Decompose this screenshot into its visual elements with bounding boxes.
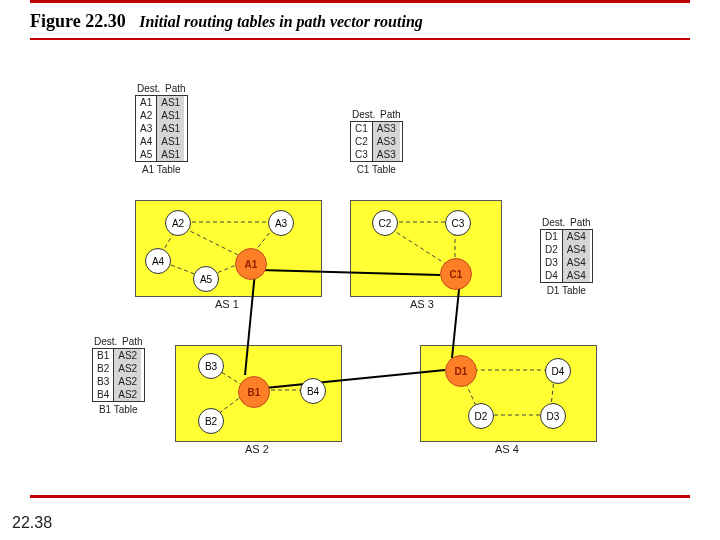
table-row: AS4 — [563, 269, 590, 282]
hdr-path: Path — [120, 335, 145, 348]
table-d1: Dest. Path D1 D2 D3 D4 AS4 AS4 AS4 AS4 D… — [540, 216, 593, 296]
table-b1: Dest. Path B1 B2 B3 B4 AS2 AS2 AS2 AS2 B… — [92, 335, 145, 415]
table-row: D4 — [541, 269, 562, 282]
table-row: B3 — [93, 375, 113, 388]
table-row: AS3 — [373, 135, 400, 148]
table-c1: Dest. Path C1 C2 C3 AS3 AS3 AS3 C1 Table — [350, 108, 403, 175]
table-row: AS3 — [373, 122, 400, 135]
table-row: AS4 — [563, 243, 590, 256]
svg-line-16 — [260, 270, 440, 275]
table-row: B1 — [93, 349, 113, 362]
node-b3: B3 — [198, 353, 224, 379]
table-row: AS1 — [157, 135, 184, 148]
svg-line-18 — [452, 280, 460, 358]
table-row: AS1 — [157, 122, 184, 135]
node-c1: C1 — [440, 258, 472, 290]
table-row: AS4 — [563, 230, 590, 243]
table-row: B4 — [93, 388, 113, 401]
node-b2: B2 — [198, 408, 224, 434]
table-a1: Dest. Path A1 A2 A3 A4 A5 AS1 AS1 AS1 AS… — [135, 82, 188, 175]
figure-title: Figure 22.30 Initial routing tables in p… — [0, 3, 720, 38]
hdr-path: Path — [568, 216, 593, 229]
table-row: D1 — [541, 230, 562, 243]
node-d2: D2 — [468, 403, 494, 429]
svg-line-17 — [245, 272, 255, 375]
table-row: AS2 — [114, 388, 141, 401]
hdr-path: Path — [163, 82, 188, 95]
table-row: AS2 — [114, 375, 141, 388]
hdr-dest: Dest. — [540, 216, 568, 229]
node-a1: A1 — [235, 248, 267, 280]
table-row: A5 — [136, 148, 156, 161]
table-caption: C1 Table — [350, 162, 403, 175]
table-row: A1 — [136, 96, 156, 109]
figure-caption: Initial routing tables in path vector ro… — [139, 13, 423, 30]
hdr-dest: Dest. — [350, 108, 378, 121]
hdr-dest: Dest. — [135, 82, 163, 95]
node-a2: A2 — [165, 210, 191, 236]
table-row: AS1 — [157, 148, 184, 161]
table-row: D3 — [541, 256, 562, 269]
node-d3: D3 — [540, 403, 566, 429]
table-row: C1 — [351, 122, 372, 135]
node-b4: B4 — [300, 378, 326, 404]
page-number: 22.38 — [12, 514, 52, 532]
node-d4: D4 — [545, 358, 571, 384]
node-c3: C3 — [445, 210, 471, 236]
table-row: AS1 — [157, 96, 184, 109]
node-a4: A4 — [145, 248, 171, 274]
table-row: C3 — [351, 148, 372, 161]
figure-number: Figure 22.30 — [30, 11, 126, 31]
node-a3: A3 — [268, 210, 294, 236]
table-row: A2 — [136, 109, 156, 122]
node-c2: C2 — [372, 210, 398, 236]
table-row: B2 — [93, 362, 113, 375]
table-row: C2 — [351, 135, 372, 148]
table-row: AS1 — [157, 109, 184, 122]
node-a5: A5 — [193, 266, 219, 292]
table-row: D2 — [541, 243, 562, 256]
table-row: AS2 — [114, 349, 141, 362]
svg-line-19 — [265, 370, 445, 388]
table-caption: B1 Table — [92, 402, 145, 415]
diagram-canvas: AS 1 AS 3 AS 2 AS 4 A2 A3 A4 A5 A — [0, 70, 720, 490]
table-caption: D1 Table — [540, 283, 593, 296]
node-d1: D1 — [445, 355, 477, 387]
table-row: AS2 — [114, 362, 141, 375]
table-caption: A1 Table — [135, 162, 188, 175]
table-row: AS3 — [373, 148, 400, 161]
table-row: A4 — [136, 135, 156, 148]
node-b1: B1 — [238, 376, 270, 408]
table-row: AS4 — [563, 256, 590, 269]
hdr-path: Path — [378, 108, 403, 121]
hdr-dest: Dest. — [92, 335, 120, 348]
footer-rule — [30, 495, 690, 498]
table-row: A3 — [136, 122, 156, 135]
